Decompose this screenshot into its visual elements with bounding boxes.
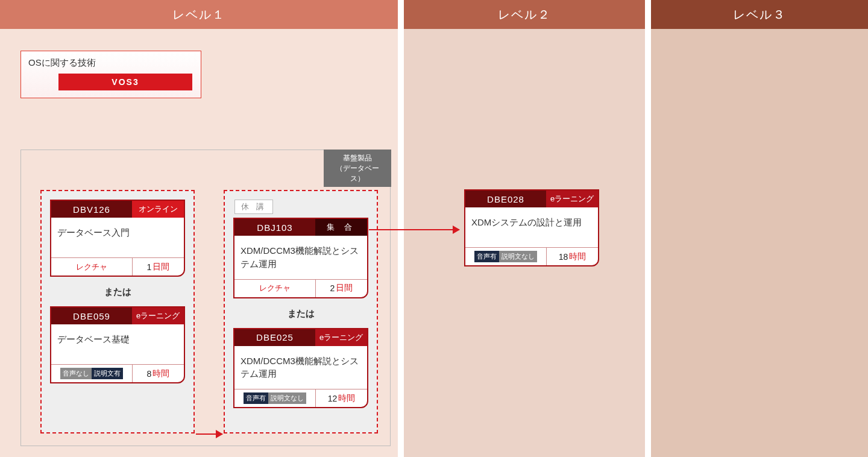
course-group-2: 休 講 DBJ103 集 合 XDM/DCCM3機能解説とシステム運用 レクチャ…: [224, 190, 378, 433]
duration-unit: 時間: [153, 368, 169, 379]
context-tag: VOS3: [58, 74, 192, 90]
duration-unit: 時間: [338, 393, 355, 404]
level-1-header: レベル１: [0, 0, 398, 29]
card-foot-right: 1日間: [132, 258, 184, 276]
course-card-dbv126[interactable]: DBV126 オンライン データベース入門 レクチャ 1日間: [50, 200, 185, 277]
arrow-icon: [196, 433, 222, 435]
context-title: OSに関する技術: [28, 57, 193, 69]
card-foot-left: レクチャ: [234, 280, 315, 297]
card-foot-left: レクチャ: [51, 258, 132, 276]
audio-badges: 音声なし説明文有: [60, 368, 123, 379]
card-foot-right: 8時間: [132, 365, 184, 382]
region-box: 基盤製品 （データベース） DBV126 オンライン データベース入門: [20, 150, 391, 446]
card-foot: レクチャ 1日間: [51, 257, 184, 276]
lecture-label: レクチャ: [259, 283, 291, 294]
course-mode: eラーニング: [546, 191, 598, 207]
duration-number: 18: [559, 252, 568, 262]
course-code: DBV126: [51, 201, 132, 218]
duration-number: 2: [330, 283, 335, 293]
level-2-body: DBE028 eラーニング XDMシステムの設計と運用 音声有説明文なし 18時…: [404, 29, 645, 457]
audio-badges: 音声有説明文なし: [474, 251, 537, 262]
audio-badge: 音声なし: [60, 368, 92, 379]
duration-number: 12: [328, 394, 338, 403]
card-head: DBE025 eラーニング: [234, 329, 367, 346]
level-columns: レベル１ OSに関する技術 VOS3 基盤製品 （データベース）: [0, 0, 868, 457]
card-foot: 音声なし説明文有 8時間: [51, 364, 184, 382]
card-foot-left: 音声有説明文なし: [234, 389, 315, 407]
region-label-line1: 基盤製品: [343, 154, 372, 162]
course-title: XDMシステムの設計と運用: [465, 207, 598, 247]
or-label: または: [50, 277, 185, 306]
course-title: データベース入門: [51, 218, 184, 257]
card-foot-right: 2日間: [315, 280, 367, 297]
course-mode: eラーニング: [315, 329, 367, 346]
audio-badges: 音声有説明文なし: [244, 392, 306, 404]
card-foot: 音声有説明文なし 12時間: [234, 389, 367, 407]
region-label: 基盤製品 （データベース）: [324, 150, 391, 187]
course-title: XDM/DCCM3機能解説とシステム運用: [234, 236, 367, 279]
course-mode: eラーニング: [132, 307, 184, 324]
card-foot-right: 12時間: [315, 389, 367, 407]
duration-number: 1: [147, 262, 152, 272]
course-card-dbe028[interactable]: DBE028 eラーニング XDMシステムの設計と運用 音声有説明文なし 18時…: [464, 189, 599, 266]
level-1-column: レベル１ OSに関する技術 VOS3 基盤製品 （データベース）: [0, 0, 398, 457]
course-card-dbe059[interactable]: DBE059 eラーニング データベース基礎 音声なし説明文有: [50, 306, 185, 383]
card-head: DBJ103 集 合: [234, 219, 367, 236]
duration-unit: 日間: [153, 262, 169, 273]
card-head: DBV126 オンライン: [51, 201, 184, 218]
course-card-dbe025[interactable]: DBE025 eラーニング XDM/DCCM3機能解説とシステム運用 音声有説明…: [233, 328, 368, 409]
course-code: DBE028: [465, 191, 546, 207]
caption-badge: 説明文なし: [268, 392, 306, 404]
card-foot-left: 音声なし説明文有: [51, 365, 132, 382]
arrow-icon: [369, 229, 459, 230]
level-3-header: レベル３: [651, 0, 868, 29]
region-label-line2: （データベース）: [336, 164, 379, 183]
level-3-column: レベル３: [651, 0, 868, 457]
course-mode: オンライン: [132, 201, 184, 218]
column-gap: [398, 0, 404, 457]
audio-badge: 音声有: [244, 392, 268, 404]
card-foot: レクチャ 2日間: [234, 279, 367, 297]
course-mode: 集 合: [315, 219, 367, 236]
level-2-header: レベル２: [404, 0, 645, 29]
duration-unit: 日間: [336, 283, 353, 294]
level-1-body: OSに関する技術 VOS3 基盤製品 （データベース） DBV126 オンライン: [0, 29, 398, 457]
card-foot-right: 18時間: [546, 248, 598, 265]
course-code: DBJ103: [234, 219, 315, 236]
diagram-root: レベル１ OSに関する技術 VOS3 基盤製品 （データベース）: [0, 0, 868, 457]
caption-badge: 説明文なし: [499, 251, 537, 262]
course-group-1: DBV126 オンライン データベース入門 レクチャ 1日間 または: [40, 190, 195, 433]
card-foot: 音声有説明文なし 18時間: [465, 247, 598, 265]
level-3-body: [651, 29, 868, 457]
context-panel: OSに関する技術 VOS3: [20, 51, 201, 98]
duration-number: 8: [147, 369, 152, 379]
audio-badge: 音声有: [474, 251, 499, 262]
course-card-dbj103[interactable]: DBJ103 集 合 XDM/DCCM3機能解説とシステム運用 レクチャ 2日間: [233, 218, 368, 298]
course-title: データベース基礎: [51, 324, 184, 364]
course-title: XDM/DCCM3機能解説とシステム運用: [234, 346, 367, 389]
card-head: DBE028 eラーニング: [465, 191, 598, 207]
closed-status-chip: 休 講: [234, 200, 273, 214]
level-2-column: レベル２ DBE028 eラーニング XDMシステムの設計と運用 音声有説明文な…: [404, 0, 645, 457]
or-label: または: [233, 298, 368, 328]
card-foot-left: 音声有説明文なし: [465, 248, 546, 265]
column-gap: [645, 0, 651, 457]
course-code: DBE059: [51, 307, 132, 324]
caption-badge: 説明文有: [92, 368, 123, 379]
card-head: DBE059 eラーニング: [51, 307, 184, 324]
lecture-label: レクチャ: [76, 262, 107, 273]
course-code: DBE025: [234, 329, 315, 346]
duration-unit: 時間: [569, 251, 586, 262]
